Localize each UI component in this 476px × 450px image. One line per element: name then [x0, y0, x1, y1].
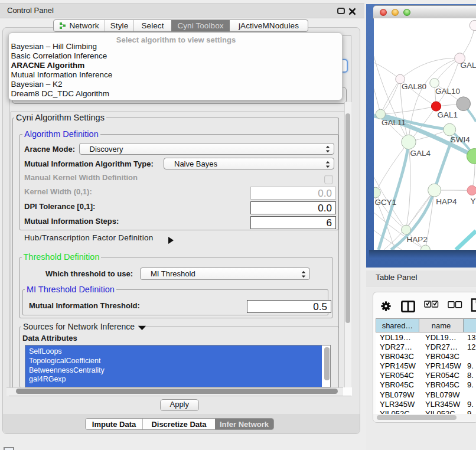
- svg-text:GAL7: GAL7: [461, 61, 476, 70]
- svg-text:Y: Y: [471, 197, 476, 206]
- svg-text:GAL11: GAL11: [382, 118, 406, 127]
- svg-text:HAP2: HAP2: [407, 235, 428, 244]
- svg-text:GAL1: GAL1: [438, 110, 458, 119]
- svg-text:HAP4: HAP4: [436, 197, 457, 206]
- svg-text:SWI4: SWI4: [451, 135, 470, 144]
- svg-text:GCY1: GCY1: [375, 198, 397, 207]
- svg-text:GAL4: GAL4: [410, 149, 431, 158]
- svg-text:GAL80: GAL80: [402, 82, 426, 91]
- svg-text:GAL10: GAL10: [435, 87, 460, 96]
